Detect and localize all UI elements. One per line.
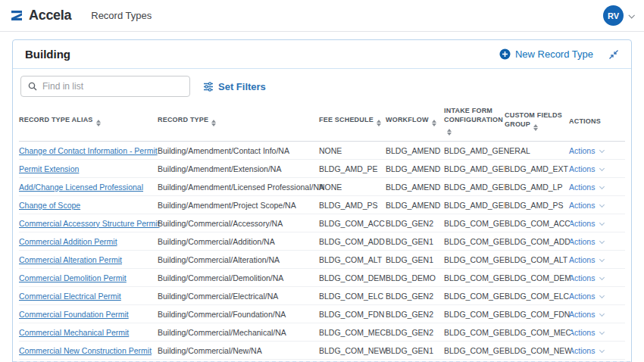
column-header-record-type[interactable]: RECORD TYPE xyxy=(158,103,319,142)
table-row: Commercial Foundation PermitBuilding/Com… xyxy=(19,305,625,323)
fee-schedule-value: BLDG_COM_DEM xyxy=(319,273,386,282)
record-types-table: RECORD TYPE ALIASRECORD TYPEFEE SCHEDULE… xyxy=(19,103,625,360)
sort-icon[interactable] xyxy=(96,120,101,126)
intake-form-configuration-value: BLDG_COM_GEN xyxy=(444,346,511,355)
sort-icon[interactable] xyxy=(432,120,436,126)
new-record-type-button[interactable]: New Record Type xyxy=(499,48,593,60)
fee-schedule-value: BLDG_COM_ACC xyxy=(319,219,385,228)
custom-fields-group-value: BLDG_COM_ACC xyxy=(505,219,571,228)
custom-fields-group-value: BLDG_AMD_LP xyxy=(505,183,562,192)
record-type-alias-link[interactable]: Commercial New Construction Permit xyxy=(19,346,152,355)
actions-menu-button[interactable]: Actions xyxy=(569,183,595,192)
sort-icon[interactable] xyxy=(533,124,538,131)
actions-chevron-icon xyxy=(599,184,605,189)
fee-schedule-value: BLDG_COM_ALT xyxy=(319,255,382,264)
column-label: RECORD TYPE ALIAS xyxy=(19,116,93,123)
intake-form-configuration-value: BLDG_COM_GEN xyxy=(444,328,511,337)
workflow-value: BLDG_AMEND xyxy=(386,164,440,173)
collapse-arrows-icon xyxy=(608,49,619,60)
actions-menu-button[interactable]: Actions xyxy=(569,346,595,355)
search-box xyxy=(20,76,190,97)
collapse-panel-button[interactable] xyxy=(608,49,619,60)
actions-menu-button[interactable]: Actions xyxy=(569,255,595,264)
column-header-workflow[interactable]: WORKFLOW xyxy=(386,103,444,142)
table-toolbar: Set Filters xyxy=(20,76,624,97)
fee-schedule-value: BLDG_COM_FDN xyxy=(319,310,384,319)
fee-schedule-value: BLDG_COM_ADD xyxy=(319,237,385,246)
table-row: Commercial Demolition PermitBuilding/Com… xyxy=(19,269,625,287)
workflow-value: BLDG_AMEND xyxy=(386,201,440,210)
intake-form-configuration-value: BLDG_AMD_GENERAL xyxy=(444,146,530,155)
actions-menu-button[interactable]: Actions xyxy=(569,146,595,155)
column-header-actions: ACTIONS xyxy=(569,103,625,142)
record-type-alias-link[interactable]: Change of Contact Information - Permit xyxy=(19,146,158,155)
record-type-value: Building/Commercial/Foundation/NA xyxy=(158,310,286,319)
actions-menu-button[interactable]: Actions xyxy=(569,237,595,246)
sort-icon[interactable] xyxy=(447,129,452,136)
record-type-alias-link[interactable]: Commercial Addition Permit xyxy=(19,237,117,246)
record-type-value: Building/Commercial/Alteration/NA xyxy=(158,255,280,264)
custom-fields-group-value: BLDG_COM_ELC xyxy=(505,292,569,301)
panel-body: Set Filters RECORD TYPE ALIASRECORD TYPE… xyxy=(13,69,631,362)
actions-chevron-icon xyxy=(599,348,605,353)
new-record-type-label: New Record Type xyxy=(515,48,593,60)
record-type-alias-link[interactable]: Permit Extension xyxy=(19,164,79,173)
record-type-alias-link[interactable]: Add/Change Licensed Professional xyxy=(19,183,143,192)
record-type-value: Building/Amendment/Extension/NA xyxy=(158,164,281,173)
brand-name: Accela xyxy=(29,8,71,23)
intake-form-configuration-value: BLDG_COM_GEN xyxy=(444,310,511,319)
user-avatar[interactable]: RV xyxy=(603,5,624,26)
actions-menu-button[interactable]: Actions xyxy=(569,219,595,228)
accela-logo: Accela xyxy=(11,8,71,23)
actions-menu-button[interactable]: Actions xyxy=(569,273,595,282)
record-type-alias-link[interactable]: Commercial Mechanical Permit xyxy=(19,328,129,337)
actions-chevron-icon xyxy=(599,220,605,226)
record-type-alias-link[interactable]: Commercial Accessory Structure Permit xyxy=(19,219,160,228)
actions-chevron-icon xyxy=(599,275,605,280)
actions-menu-button[interactable]: Actions xyxy=(569,292,595,301)
search-icon xyxy=(28,82,37,91)
actions-menu-button[interactable]: Actions xyxy=(569,164,595,173)
column-header-record-type-alias[interactable]: RECORD TYPE ALIAS xyxy=(19,103,158,142)
user-menu-chevron-icon[interactable] xyxy=(628,12,634,18)
intake-form-configuration-value: BLDG_COM_GEN xyxy=(444,219,511,228)
actions-menu-button[interactable]: Actions xyxy=(569,310,595,319)
table-row: Commercial Addition PermitBuilding/Comme… xyxy=(19,232,625,251)
plus-circle-icon xyxy=(499,48,511,60)
record-type-value: Building/Amendment/Licensed Professional… xyxy=(158,183,324,192)
table-row: Change of Contact Information - PermitBu… xyxy=(19,142,625,160)
record-type-alias-link[interactable]: Commercial Electrical Permit xyxy=(19,292,121,301)
sort-icon[interactable] xyxy=(211,120,216,126)
fee-schedule-value: BLDG_COM_ELC xyxy=(319,292,383,301)
column-header-custom-fields-group[interactable]: CUSTOM FIELDS GROUP xyxy=(505,103,569,142)
custom-fields-group-value: BLDG_COM_MEC xyxy=(505,328,571,337)
actions-chevron-icon xyxy=(599,166,605,171)
record-type-value: Building/Commercial/Addition/NA xyxy=(158,237,275,246)
set-filters-button[interactable]: Set Filters xyxy=(203,81,266,92)
intake-form-configuration-value: BLDG_COM_GEN xyxy=(444,273,511,282)
custom-fields-group-value: BLDG_AMD_EXT xyxy=(505,164,568,173)
table-row: Change of ScopeBuilding/Amendment/Projec… xyxy=(19,196,625,214)
actions-menu-button[interactable]: Actions xyxy=(569,201,595,210)
custom-fields-group-value: BLDG_COM_ALT xyxy=(505,255,567,264)
custom-fields-group-value: BLDG_AMD_PS xyxy=(505,201,564,210)
actions-menu-button[interactable]: Actions xyxy=(569,328,595,337)
record-type-alias-link[interactable]: Commercial Alteration Permit xyxy=(19,255,122,264)
sort-icon[interactable] xyxy=(377,120,381,126)
workflow-value: BLDG_AMEND xyxy=(386,183,440,192)
fee-schedule-value: NONE xyxy=(319,183,342,192)
actions-chevron-icon xyxy=(599,239,605,244)
column-header-fee-schedule[interactable]: FEE SCHEDULE xyxy=(319,103,386,142)
record-type-alias-link[interactable]: Commercial Demolition Permit xyxy=(19,273,127,282)
record-type-value: Building/Amendment/Project Scope/NA xyxy=(158,201,296,210)
actions-chevron-icon xyxy=(599,329,605,335)
building-panel: Building New Record Type xyxy=(12,39,632,362)
table-row: Commercial Mechanical PermitBuilding/Com… xyxy=(19,323,625,342)
table-row: Add/Change Licensed ProfessionalBuilding… xyxy=(19,178,625,196)
column-header-intake-form-configuration[interactable]: INTAKE FORM CONFIGURATION xyxy=(444,103,505,142)
record-type-alias-link[interactable]: Commercial Foundation Permit xyxy=(19,310,129,319)
record-type-alias-link[interactable]: Change of Scope xyxy=(19,201,80,210)
table-row: Commercial Electrical PermitBuilding/Com… xyxy=(19,287,625,305)
table-row: Commercial Alteration PermitBuilding/Com… xyxy=(19,251,625,269)
search-input[interactable] xyxy=(42,81,183,92)
